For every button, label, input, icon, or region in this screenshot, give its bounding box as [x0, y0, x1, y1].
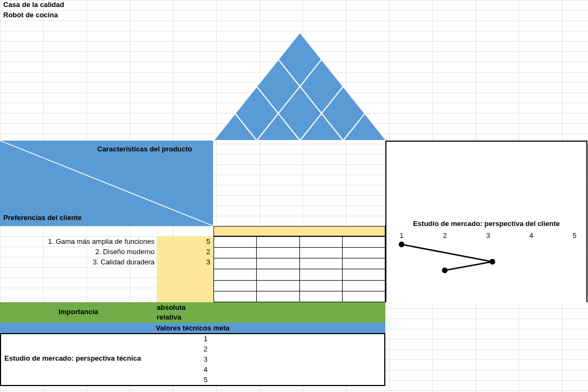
preference-weight-3[interactable]: 3: [157, 258, 213, 266]
svg-point-16: [443, 268, 447, 273]
importance-absolute: absoluta: [157, 303, 185, 311]
preference-weight-2[interactable]: 2: [157, 248, 213, 256]
client-study-box: Estudio de mercado: perspectiva del clie…: [385, 141, 587, 302]
axis-5: 5: [564, 231, 585, 240]
tech-row-1[interactable]: 1: [157, 335, 211, 343]
product-characteristics-header-row[interactable]: [213, 226, 385, 236]
tech-row-4[interactable]: 4: [157, 366, 211, 374]
tech-row-5[interactable]: 5: [157, 376, 211, 384]
client-study-title: Estudio de mercado: perspectiva del clie…: [386, 220, 586, 228]
preference-row-1[interactable]: 1. Gama más amplia de funciones: [0, 237, 157, 245]
importance-relative: relativa: [157, 313, 182, 321]
technical-targets-bar: Valores técnicos meta: [0, 323, 385, 333]
svg-point-15: [490, 260, 495, 264]
subtitle: Robot de cocina: [1, 10, 60, 19]
tech-row-2[interactable]: 2: [157, 345, 211, 353]
axis-3: 3: [477, 231, 499, 240]
axis-2: 2: [434, 231, 456, 240]
product-characteristics-label: Características del producto: [97, 145, 192, 153]
importance-label: Importancia: [0, 308, 157, 316]
importance-bar: Importancia absoluta relativa: [0, 302, 385, 323]
client-study-chart: [386, 239, 588, 298]
svg-line-13: [445, 262, 492, 270]
svg-line-11: [402, 244, 492, 262]
relationship-matrix[interactable]: [213, 236, 385, 302]
client-preferences-label: Preferencias del cliente: [3, 214, 82, 222]
header-split-box: Características del producto Preferencia…: [0, 141, 213, 226]
svg-point-14: [399, 242, 404, 247]
preference-row-2[interactable]: 2. Diseño moderno: [0, 248, 157, 256]
preference-weight-1[interactable]: 5: [157, 237, 213, 245]
preference-row-3[interactable]: 3. Calidad duradera: [0, 258, 157, 266]
roof-correlation-matrix: [213, 32, 386, 141]
spreadsheet-sheet: Casa de la calidad Robot de cocina: [0, 0, 588, 392]
axis-1: 1: [391, 231, 412, 240]
axis-4: 4: [520, 231, 542, 240]
tech-row-3[interactable]: 3: [157, 355, 211, 363]
title: Casa de la calidad: [1, 0, 66, 9]
technical-study-label: Estudio de mercado: perspectiva técnica: [4, 354, 157, 362]
weights-column: [157, 236, 213, 302]
